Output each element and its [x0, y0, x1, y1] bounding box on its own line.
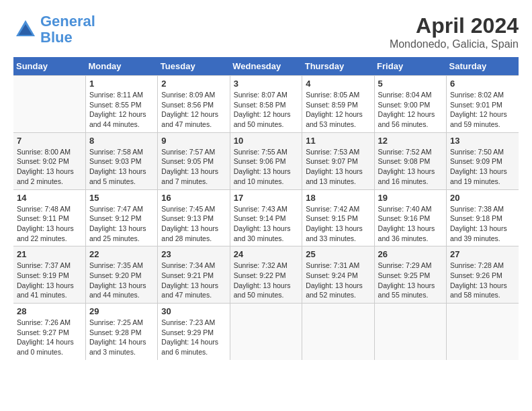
day-info: Sunrise: 7:43 AMSunset: 9:14 PMDaylight:… [234, 204, 298, 244]
calendar-cell: 27Sunrise: 7:28 AMSunset: 9:26 PMDayligh… [447, 246, 519, 304]
calendar-cell [302, 304, 374, 360]
day-info: Sunrise: 7:32 AMSunset: 9:22 PMDaylight:… [234, 261, 298, 300]
day-info: Sunrise: 7:47 AMSunset: 9:12 PMDaylight:… [89, 204, 154, 244]
day-number: 3 [234, 79, 298, 89]
header-cell-wednesday: Wednesday [230, 57, 302, 76]
calendar-cell: 20Sunrise: 7:38 AMSunset: 9:18 PMDayligh… [447, 189, 519, 246]
calendar-table: SundayMondayTuesdayWednesdayThursdayFrid… [13, 57, 519, 360]
calendar-cell: 22Sunrise: 7:35 AMSunset: 9:20 PMDayligh… [85, 246, 157, 304]
day-info: Sunrise: 8:00 AMSunset: 9:02 PMDaylight:… [17, 147, 82, 187]
calendar-cell: 8Sunrise: 7:58 AMSunset: 9:03 PMDaylight… [85, 132, 157, 189]
header-cell-saturday: Saturday [447, 57, 519, 76]
calendar-cell: 2Sunrise: 8:09 AMSunset: 8:56 PMDaylight… [158, 76, 230, 133]
calendar-cell: 13Sunrise: 7:50 AMSunset: 9:09 PMDayligh… [447, 132, 519, 189]
day-number: 27 [450, 249, 515, 259]
week-row-0: 1Sunrise: 8:11 AMSunset: 8:55 PMDaylight… [13, 76, 519, 133]
day-info: Sunrise: 7:26 AMSunset: 9:27 PMDaylight:… [17, 318, 82, 357]
calendar-cell: 24Sunrise: 7:32 AMSunset: 9:22 PMDayligh… [230, 246, 302, 304]
calendar-cell: 9Sunrise: 7:57 AMSunset: 9:05 PMDaylight… [158, 132, 230, 189]
day-number: 8 [89, 136, 154, 146]
calendar-body: 1Sunrise: 8:11 AMSunset: 8:55 PMDaylight… [13, 76, 519, 360]
day-info: Sunrise: 8:04 AMSunset: 9:00 PMDaylight:… [378, 90, 443, 130]
header-cell-sunday: Sunday [13, 57, 85, 76]
calendar-cell: 1Sunrise: 8:11 AMSunset: 8:55 PMDaylight… [85, 76, 157, 133]
calendar-cell: 11Sunrise: 7:53 AMSunset: 9:07 PMDayligh… [302, 132, 374, 189]
calendar-cell [374, 304, 446, 360]
logo: General Blue [13, 13, 95, 46]
day-info: Sunrise: 7:50 AMSunset: 9:09 PMDaylight:… [450, 147, 515, 187]
week-row-4: 28Sunrise: 7:26 AMSunset: 9:27 PMDayligh… [13, 304, 519, 360]
calendar-cell: 5Sunrise: 8:04 AMSunset: 9:00 PMDaylight… [374, 76, 446, 133]
day-number: 21 [17, 249, 82, 259]
day-info: Sunrise: 7:31 AMSunset: 9:24 PMDaylight:… [306, 261, 370, 300]
day-info: Sunrise: 7:34 AMSunset: 9:21 PMDaylight:… [161, 261, 226, 300]
day-number: 22 [89, 249, 154, 259]
calendar-cell: 7Sunrise: 8:00 AMSunset: 9:02 PMDaylight… [13, 132, 85, 189]
day-number: 24 [234, 249, 298, 259]
week-row-1: 7Sunrise: 8:00 AMSunset: 9:02 PMDaylight… [13, 132, 519, 189]
day-number: 5 [378, 79, 443, 89]
calendar-cell: 18Sunrise: 7:42 AMSunset: 9:15 PMDayligh… [302, 189, 374, 246]
day-info: Sunrise: 8:02 AMSunset: 9:01 PMDaylight:… [450, 90, 515, 130]
page-header: General Blue April 2024 Mondonedo, Galic… [13, 13, 519, 50]
calendar-header: SundayMondayTuesdayWednesdayThursdayFrid… [13, 57, 519, 76]
calendar-cell: 21Sunrise: 7:37 AMSunset: 9:19 PMDayligh… [13, 246, 85, 304]
day-info: Sunrise: 7:55 AMSunset: 9:06 PMDaylight:… [234, 147, 298, 187]
title-block: April 2024 Mondonedo, Galicia, Spain [390, 13, 519, 50]
calendar-cell: 26Sunrise: 7:29 AMSunset: 9:25 PMDayligh… [374, 246, 446, 304]
week-row-3: 21Sunrise: 7:37 AMSunset: 9:19 PMDayligh… [13, 246, 519, 304]
day-info: Sunrise: 7:52 AMSunset: 9:08 PMDaylight:… [378, 147, 443, 187]
day-number: 7 [17, 136, 82, 146]
day-info: Sunrise: 7:57 AMSunset: 9:05 PMDaylight:… [161, 147, 226, 187]
calendar-cell: 14Sunrise: 7:48 AMSunset: 9:11 PMDayligh… [13, 189, 85, 246]
calendar-cell [230, 304, 302, 360]
header-cell-thursday: Thursday [302, 57, 374, 76]
calendar-cell [13, 76, 85, 133]
day-info: Sunrise: 7:35 AMSunset: 9:20 PMDaylight:… [89, 261, 154, 300]
calendar-cell: 3Sunrise: 8:07 AMSunset: 8:58 PMDaylight… [230, 76, 302, 133]
day-info: Sunrise: 7:53 AMSunset: 9:07 PMDaylight:… [306, 147, 370, 187]
day-number: 23 [161, 249, 226, 259]
day-info: Sunrise: 7:23 AMSunset: 9:29 PMDaylight:… [161, 318, 226, 357]
calendar-cell: 12Sunrise: 7:52 AMSunset: 9:08 PMDayligh… [374, 132, 446, 189]
calendar-cell: 23Sunrise: 7:34 AMSunset: 9:21 PMDayligh… [158, 246, 230, 304]
day-info: Sunrise: 7:37 AMSunset: 9:19 PMDaylight:… [17, 261, 82, 300]
header-cell-monday: Monday [85, 57, 157, 76]
day-info: Sunrise: 8:05 AMSunset: 8:59 PMDaylight:… [306, 90, 370, 130]
day-info: Sunrise: 7:42 AMSunset: 9:15 PMDaylight:… [306, 204, 370, 244]
calendar-cell: 19Sunrise: 7:40 AMSunset: 9:16 PMDayligh… [374, 189, 446, 246]
header-cell-friday: Friday [374, 57, 446, 76]
calendar-cell: 15Sunrise: 7:47 AMSunset: 9:12 PMDayligh… [85, 189, 157, 246]
calendar-cell: 10Sunrise: 7:55 AMSunset: 9:06 PMDayligh… [230, 132, 302, 189]
logo-line2: Blue [40, 29, 73, 46]
day-number: 30 [161, 306, 226, 316]
calendar-cell: 30Sunrise: 7:23 AMSunset: 9:29 PMDayligh… [158, 304, 230, 360]
logo-line1: General [40, 13, 95, 30]
day-number: 28 [17, 306, 82, 316]
calendar-cell: 25Sunrise: 7:31 AMSunset: 9:24 PMDayligh… [302, 246, 374, 304]
page-title: April 2024 [390, 13, 519, 38]
day-number: 10 [234, 136, 298, 146]
calendar-cell: 16Sunrise: 7:45 AMSunset: 9:13 PMDayligh… [158, 189, 230, 246]
day-info: Sunrise: 8:09 AMSunset: 8:56 PMDaylight:… [161, 90, 226, 130]
day-info: Sunrise: 7:58 AMSunset: 9:03 PMDaylight:… [89, 147, 154, 187]
day-number: 12 [378, 136, 443, 146]
header-row: SundayMondayTuesdayWednesdayThursdayFrid… [13, 57, 519, 76]
day-number: 13 [450, 136, 515, 146]
day-number: 16 [161, 193, 226, 203]
day-info: Sunrise: 8:11 AMSunset: 8:55 PMDaylight:… [89, 90, 154, 130]
day-number: 29 [89, 306, 154, 316]
calendar-cell: 6Sunrise: 8:02 AMSunset: 9:01 PMDaylight… [447, 76, 519, 133]
day-number: 25 [306, 249, 370, 259]
calendar-cell: 17Sunrise: 7:43 AMSunset: 9:14 PMDayligh… [230, 189, 302, 246]
day-number: 2 [161, 79, 226, 89]
day-number: 18 [306, 193, 370, 203]
logo-text: General Blue [40, 13, 95, 46]
day-info: Sunrise: 7:25 AMSunset: 9:28 PMDaylight:… [89, 318, 154, 357]
calendar-cell [447, 304, 519, 360]
week-row-2: 14Sunrise: 7:48 AMSunset: 9:11 PMDayligh… [13, 189, 519, 246]
calendar-cell: 29Sunrise: 7:25 AMSunset: 9:28 PMDayligh… [85, 304, 157, 360]
day-number: 1 [89, 79, 154, 89]
day-number: 20 [450, 193, 515, 203]
day-number: 15 [89, 193, 154, 203]
